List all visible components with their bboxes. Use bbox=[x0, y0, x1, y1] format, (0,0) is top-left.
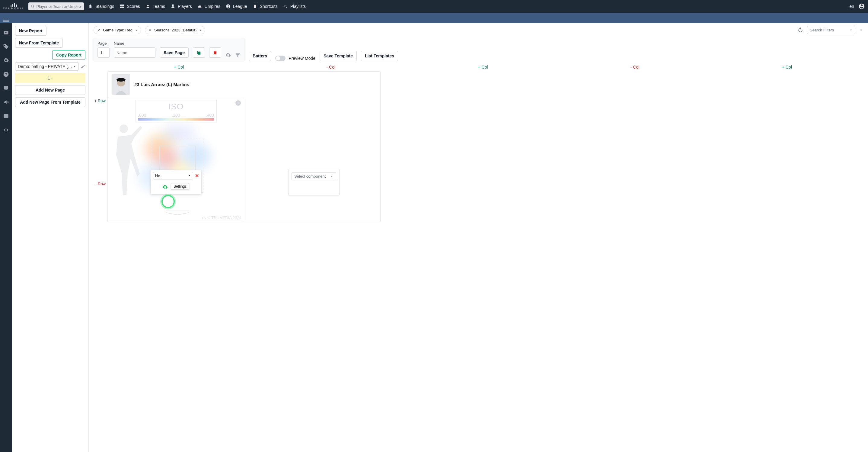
add-row[interactable]: + Row bbox=[94, 98, 105, 103]
filter-seasons[interactable]: Seasons: 2023 (Default) bbox=[145, 26, 205, 34]
page-number-input[interactable] bbox=[97, 48, 110, 58]
chevron-down-icon bbox=[330, 175, 334, 178]
rail-video-icon[interactable] bbox=[3, 30, 9, 36]
settings-tooltip: Settings bbox=[171, 183, 189, 190]
component-type-select[interactable]: He bbox=[153, 172, 193, 179]
close-icon[interactable] bbox=[148, 28, 152, 32]
player-header: #3 Luis Arraez (L) Marlins bbox=[108, 72, 380, 97]
search-filters-label: Search Filters bbox=[810, 28, 834, 32]
add-col-2[interactable]: + Col bbox=[478, 65, 488, 69]
rail-image-icon[interactable] bbox=[3, 113, 9, 119]
select-component-dropdown[interactable]: Select component bbox=[291, 172, 336, 180]
active-page-indicator[interactable]: 1 - bbox=[15, 73, 85, 83]
add-col-1[interactable]: + Col bbox=[174, 65, 184, 69]
report-selector[interactable]: Demo: batting - PRIVATE (brad... bbox=[15, 62, 79, 71]
page-controls-group: Page Name Save Page bbox=[94, 38, 245, 61]
report-selector-label: Demo: batting - PRIVATE (brad... bbox=[18, 64, 73, 69]
add-new-page-button[interactable]: Add New Page bbox=[15, 85, 85, 95]
filter-seasons-label: Seasons: 2023 (Default) bbox=[154, 28, 196, 32]
rail-megaphone-icon[interactable] bbox=[3, 99, 9, 105]
expand-filters-icon[interactable] bbox=[859, 28, 863, 32]
brand[interactable]: TRUMEDIA bbox=[3, 2, 24, 11]
search-icon bbox=[31, 4, 34, 8]
league-icon bbox=[226, 4, 230, 9]
nav-playlists[interactable]: Playlists bbox=[283, 4, 306, 9]
page-label: Page bbox=[97, 41, 110, 46]
rail-gear-icon[interactable] bbox=[3, 57, 9, 63]
global-search-input[interactable] bbox=[36, 4, 82, 9]
nav-teams[interactable]: Teams bbox=[146, 4, 165, 9]
close-icon[interactable] bbox=[97, 28, 100, 32]
del-col-1[interactable]: - Col bbox=[327, 65, 336, 69]
report-canvas: Game Type: Reg Seasons: 2023 (Default) S… bbox=[89, 23, 868, 452]
rail-code-icon[interactable] bbox=[3, 127, 9, 133]
rail-toggle-icon[interactable] bbox=[3, 19, 9, 23]
players-icon bbox=[170, 4, 175, 9]
nav-list: Standings Scores Teams Players Umpires L… bbox=[88, 4, 306, 9]
preview-mode: Preview Mode bbox=[275, 56, 315, 61]
add-col-3[interactable]: + Col bbox=[782, 65, 792, 69]
del-row[interactable]: - Row bbox=[95, 181, 105, 186]
nav-umpires[interactable]: Umpires bbox=[197, 4, 220, 9]
search-filters[interactable]: Search Filters bbox=[807, 26, 855, 34]
brand-logo: TRUMEDIA bbox=[3, 2, 24, 11]
language-switch[interactable]: en bbox=[849, 4, 854, 9]
nav-shortcuts[interactable]: Shortcuts bbox=[253, 4, 278, 9]
filters-bar: Game Type: Reg Seasons: 2023 (Default) S… bbox=[94, 26, 863, 34]
edit-report-icon[interactable] bbox=[81, 64, 85, 69]
name-label: Name bbox=[114, 41, 155, 46]
trash-icon bbox=[213, 50, 218, 55]
preview-mode-label: Preview Mode bbox=[288, 56, 315, 61]
page-name-input[interactable] bbox=[114, 48, 155, 58]
heatmap-card[interactable]: i ISO .000 .200 .400 bbox=[108, 97, 244, 222]
account-icon[interactable] bbox=[858, 3, 865, 10]
save-page-button[interactable]: Save Page bbox=[160, 48, 189, 58]
component-edit-popup: He ✕ Settings bbox=[150, 170, 202, 195]
rail-help-icon[interactable] bbox=[3, 71, 9, 77]
vertical-rail bbox=[0, 23, 12, 452]
umpires-icon bbox=[197, 4, 202, 9]
duplicate-page-button[interactable] bbox=[193, 48, 205, 58]
preview-toggle[interactable] bbox=[275, 56, 285, 61]
restore-history-icon[interactable] bbox=[797, 27, 803, 33]
page-toolbar: Page Name Save Page Batters bbox=[94, 38, 863, 61]
component-settings-icon[interactable] bbox=[162, 184, 168, 190]
del-col-2[interactable]: - Col bbox=[630, 65, 640, 69]
delete-page-button[interactable] bbox=[209, 48, 221, 58]
nav-scores[interactable]: Scores bbox=[120, 4, 140, 9]
list-templates-button[interactable]: List Templates bbox=[361, 51, 398, 61]
rail-book-icon[interactable] bbox=[3, 85, 9, 91]
rail-tags-icon[interactable] bbox=[3, 44, 9, 50]
subheader-stripe bbox=[0, 13, 868, 23]
add-new-page-from-template-button[interactable]: Add New Page From Template bbox=[15, 97, 85, 107]
dim-overlay bbox=[108, 97, 244, 222]
player-headshot-icon bbox=[114, 77, 129, 95]
player-name: #3 Luis Arraez (L) Marlins bbox=[134, 82, 189, 87]
copy-icon bbox=[196, 50, 202, 55]
new-from-template-button[interactable]: New From Template bbox=[15, 38, 63, 48]
component-type-label: He bbox=[155, 173, 160, 178]
new-report-button[interactable]: New Report bbox=[15, 26, 46, 36]
playlists-icon bbox=[283, 4, 288, 9]
column-controls: + Col - Col + Col - Col + Col bbox=[94, 65, 863, 69]
filter-game-type[interactable]: Game Type: Reg bbox=[94, 26, 141, 34]
batters-button[interactable]: Batters bbox=[249, 51, 271, 61]
nav-players[interactable]: Players bbox=[170, 4, 192, 9]
report-grid: + Row - Row #3 Luis Arra bbox=[94, 71, 863, 222]
page-filter-icon[interactable] bbox=[235, 52, 241, 58]
left-panel: New Report New From Template Copy Report… bbox=[12, 23, 89, 452]
chevron-down-icon bbox=[188, 174, 191, 177]
shortcuts-icon bbox=[253, 4, 257, 9]
save-template-button[interactable]: Save Template bbox=[320, 51, 357, 61]
popup-close-button[interactable]: ✕ bbox=[195, 173, 199, 178]
copy-report-button[interactable]: Copy Report bbox=[52, 50, 85, 60]
page-gear-icon[interactable] bbox=[225, 52, 231, 58]
nav-league[interactable]: League bbox=[226, 4, 247, 9]
nav-standings[interactable]: Standings bbox=[88, 4, 114, 9]
brand-text: TRUMEDIA bbox=[3, 7, 25, 10]
topnav: TRUMEDIA Standings Scores Teams Players … bbox=[0, 0, 868, 13]
scores-icon bbox=[120, 4, 124, 9]
global-search[interactable] bbox=[28, 2, 84, 10]
svg-point-1 bbox=[117, 78, 126, 82]
standings-icon bbox=[88, 4, 93, 9]
